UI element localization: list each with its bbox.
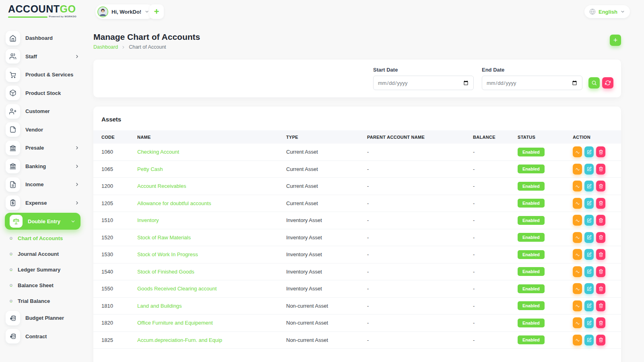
sidebar-item-presale[interactable]: Presale — [0, 139, 85, 157]
breadcrumb-dashboard-link[interactable]: Dashboard — [93, 44, 118, 50]
edit-button[interactable] — [584, 181, 594, 191]
edit-button[interactable] — [584, 317, 594, 328]
delete-button[interactable] — [596, 181, 605, 191]
edit-button[interactable] — [584, 164, 594, 175]
sidebar-item-budget-planner[interactable]: Budget Planner — [0, 309, 85, 327]
edit-button[interactable] — [584, 146, 594, 157]
account-balance: - — [473, 251, 518, 257]
chevron-right-icon — [74, 164, 80, 169]
delete-button[interactable] — [596, 335, 605, 346]
edit-button[interactable] — [584, 266, 594, 277]
sidebar-subitem-chart-of-accounts[interactable]: Chart of Accounts — [0, 230, 85, 246]
account-name-link[interactable]: Petty Cash — [137, 166, 163, 172]
account-code: 1550 — [101, 286, 137, 292]
account-name-link[interactable]: Checking Account — [137, 149, 179, 155]
delete-button[interactable] — [596, 146, 605, 157]
sidebar-item-customer[interactable]: Customer — [0, 102, 85, 121]
delete-button[interactable] — [596, 266, 605, 277]
start-date-input[interactable] — [373, 76, 474, 90]
delete-button[interactable] — [596, 198, 605, 209]
sidebar-item-product-stock[interactable]: Product Stock — [0, 84, 85, 103]
sidebar-item-banking[interactable]: Banking — [0, 157, 85, 176]
activity-button[interactable] — [573, 198, 582, 209]
sidebar-item-product-services[interactable]: Product & Services — [0, 66, 85, 84]
sidebar-item-dashboard[interactable]: Dashboard — [0, 29, 85, 47]
account-name-link[interactable]: Accum.depreciation-Furn. and Equip — [137, 337, 222, 343]
delete-button[interactable] — [596, 283, 605, 294]
status-badge: Enabled — [518, 199, 545, 208]
activity-button[interactable] — [573, 266, 582, 277]
account-name-link[interactable]: Allowance for doubtful accounts — [137, 200, 211, 206]
language-selector[interactable]: English — [584, 5, 630, 18]
account-name-link[interactable]: Inventory — [137, 217, 159, 223]
account-code: 1060 — [101, 149, 137, 155]
delete-button[interactable] — [596, 215, 605, 226]
delete-button[interactable] — [596, 317, 605, 328]
row-actions — [573, 335, 613, 346]
user-menu[interactable]: Hi, WorkDo! — [95, 4, 154, 19]
activity-button[interactable] — [573, 283, 582, 294]
sidebar-item-contract[interactable]: Contract — [0, 327, 85, 346]
row-actions — [573, 283, 613, 294]
avatar — [97, 6, 108, 17]
sidebar-subitem-trial-balance[interactable]: Trial Balance — [0, 293, 85, 309]
account-name-link[interactable]: Stock of Work In Progress — [137, 251, 198, 257]
sidebar-item-expense[interactable]: Expense — [0, 194, 85, 212]
delete-button[interactable] — [596, 300, 605, 311]
page-title: Manage Chart of Accounts — [93, 32, 621, 42]
activity-button[interactable] — [573, 181, 582, 191]
account-balance: - — [473, 234, 518, 241]
delete-button[interactable] — [596, 249, 605, 260]
edit-button[interactable] — [584, 232, 594, 243]
edit-button[interactable] — [584, 283, 594, 294]
edit-button[interactable] — [584, 249, 594, 260]
account-code: 1540 — [101, 269, 137, 275]
breadcrumb-current: Chart of Account — [129, 44, 166, 50]
edit-button[interactable] — [584, 300, 594, 311]
account-name-link[interactable]: Goods Received Clearing account — [137, 286, 217, 292]
end-date-input[interactable] — [482, 76, 582, 90]
reset-button[interactable] — [602, 77, 613, 88]
sidebar-subitem-balance-sheet[interactable]: Balance Sheet — [0, 278, 85, 293]
activity-button[interactable] — [573, 317, 582, 328]
edit-button[interactable] — [584, 335, 594, 346]
create-account-button[interactable]: + — [610, 35, 621, 46]
account-balance: - — [473, 320, 518, 326]
language-label: English — [599, 9, 617, 15]
activity-button[interactable] — [573, 164, 582, 175]
status-badge: Enabled — [518, 301, 545, 310]
logo-text-primary: ACCOUNT — [8, 3, 60, 14]
table-row: 1205 Allowance for doubtful accounts Cur… — [93, 195, 621, 212]
search-button[interactable] — [588, 77, 600, 88]
sidebar-item-double-entry[interactable]: Double Entry — [5, 213, 80, 230]
trash-icon — [599, 235, 603, 240]
sidebar-item-income[interactable]: Income — [0, 175, 85, 194]
wave-icon — [575, 337, 580, 342]
app-logo[interactable]: ACCOUNTGO Powered by WORKDO — [8, 4, 76, 18]
delete-button[interactable] — [596, 232, 605, 243]
activity-button[interactable] — [573, 335, 582, 346]
activity-button[interactable] — [573, 146, 582, 157]
sidebar-item-staff[interactable]: Staff — [0, 47, 85, 66]
activity-button[interactable] — [573, 300, 582, 311]
account-name-link[interactable]: Office Furniture and Equipement — [137, 320, 213, 326]
bank-icon — [6, 159, 20, 173]
sidebar-item-vendor[interactable]: Vendor — [0, 121, 85, 139]
account-name-link[interactable]: Stock of Finished Goods — [137, 269, 194, 275]
bank-icon — [6, 141, 20, 155]
row-actions — [573, 146, 613, 157]
account-name-link[interactable]: Land and Buildings — [137, 303, 182, 309]
activity-button[interactable] — [573, 232, 582, 243]
delete-button[interactable] — [596, 164, 605, 175]
header-add-button[interactable]: + — [149, 4, 164, 19]
edit-button[interactable] — [584, 215, 594, 226]
sidebar-subitem-journal-account[interactable]: Journal Account — [0, 246, 85, 262]
sidebar-subitem-ledger-summary[interactable]: Ledger Summary — [0, 262, 85, 278]
account-name-link[interactable]: Stock of Raw Materials — [137, 234, 191, 241]
account-name-link[interactable]: Account Receivables — [137, 183, 186, 189]
edit-icon — [587, 286, 592, 291]
activity-button[interactable] — [573, 215, 582, 226]
activity-button[interactable] — [573, 249, 582, 260]
col-status: STATUS — [518, 135, 573, 140]
edit-button[interactable] — [584, 198, 594, 209]
